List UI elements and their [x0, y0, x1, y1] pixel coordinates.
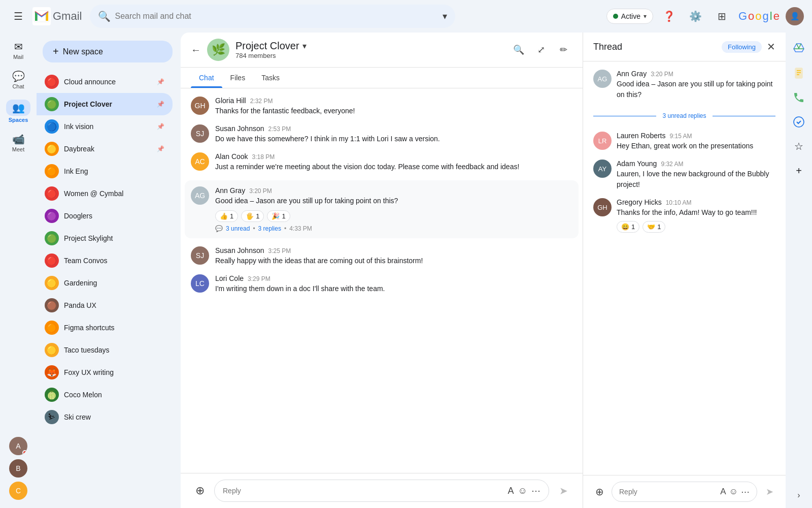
message-time: 3:20 PM [249, 187, 272, 195]
tab-chat[interactable]: Chat [191, 68, 222, 88]
chat-title-chevron-icon[interactable]: ▾ [302, 41, 307, 51]
sidebar-item-spaces[interactable]: 👥 Spaces [2, 96, 35, 127]
reply-count: 3 replies [258, 225, 281, 232]
google-tasks-icon[interactable] [789, 112, 809, 132]
tab-files[interactable]: Files [222, 68, 254, 88]
thread-message-text: Thanks for the info, Adam! Way to go tea… [617, 207, 775, 218]
thread-message-text: Good idea – Jason are you still up for t… [617, 79, 775, 100]
search-input[interactable] [115, 12, 436, 21]
sidebar-item-daybreak[interactable]: 🟡Daybreak📌 [37, 138, 173, 160]
user-avatar[interactable]: 👤 [786, 7, 804, 25]
thread-message-content: Gregory Hicks 10:10 AM Thanks for the in… [617, 198, 775, 233]
message-author: Susan Johnson [215, 124, 264, 133]
chat-send-button[interactable]: ➤ [554, 482, 572, 500]
reaction-hand[interactable]: 🖐1 [241, 210, 264, 222]
pin-icon: 📌 [157, 78, 164, 85]
sidebar-item-gardening[interactable]: 🟡Gardening [37, 272, 173, 294]
more-options-icon[interactable]: ⋯ [741, 487, 750, 497]
message-item: SJ Susan Johnson 3:25 PM Really happy wi… [191, 246, 572, 266]
sidebar-item-foxy-ux-writing[interactable]: 🦊Foxy UX writing [37, 361, 173, 384]
chat-input[interactable] [223, 487, 504, 495]
sidebar-item-coco-melon[interactable]: 🍈Coco Melon [37, 384, 173, 406]
sidebar-avatar-1[interactable]: A [9, 437, 27, 455]
sidebar-avatar-3[interactable]: C [9, 482, 27, 500]
sidebar-item-women-cymbal[interactable]: 🔴Women @ Cymbal [37, 182, 173, 205]
thread-message-item: AY Adam Young 9:32 AM Lauren, I love the… [593, 160, 775, 190]
plus-icon: ⊕ [595, 486, 604, 498]
thread-add-attachment-button[interactable]: ⊕ [591, 484, 607, 500]
sidebar-item-project-skylight[interactable]: 🟢Project Skylight [37, 227, 173, 249]
reaction-handshake[interactable]: 🤝1 [642, 221, 665, 233]
sidebar-item-dooglers[interactable]: 🟣Dooglers [37, 205, 173, 227]
tab-tasks[interactable]: Tasks [253, 68, 288, 88]
search-bar[interactable]: 🔍 ▾ [90, 5, 455, 28]
reaction-smile[interactable]: 😄1 [617, 221, 639, 233]
avatar: LC [191, 274, 209, 293]
thread-input[interactable] [619, 488, 717, 496]
help-button[interactable]: ❓ [659, 6, 680, 26]
active-status-button[interactable]: Active ▾ [606, 9, 653, 24]
settings-button[interactable]: ⚙️ [686, 6, 706, 26]
sidebar-item-cloud-announce[interactable]: 🔴Cloud announce📌 [37, 71, 173, 93]
app-name-label: Gmail [53, 10, 82, 23]
message-thread-meta[interactable]: 💬 3 unread • 3 replies • 4:33 PM [215, 225, 572, 232]
sidebar-avatar-2[interactable]: B [9, 459, 27, 478]
space-icon-daybreak: 🟡 [45, 142, 59, 156]
emoji-icon[interactable]: ☺ [729, 487, 738, 497]
sidebar-item-chat[interactable]: 💬 Chat [2, 66, 35, 93]
back-button[interactable]: ← [191, 44, 201, 56]
compose-icon: ✏ [560, 44, 567, 55]
following-badge[interactable]: Following [722, 41, 762, 53]
format-text-icon[interactable]: A [508, 486, 514, 496]
space-name-ink-eng: Ink Eng [64, 167, 164, 175]
thread-message-author: Lauren Roberts [617, 132, 666, 140]
emoji-icon[interactable]: ☺ [518, 486, 527, 496]
star-icon[interactable]: ☆ [789, 136, 809, 156]
sidebar-item-ski-crew[interactable]: ⛷Ski crew [37, 406, 173, 428]
more-options-icon[interactable]: ⋯ [531, 485, 540, 496]
help-icon: ❓ [663, 10, 675, 22]
format-text-icon[interactable]: A [720, 487, 726, 497]
message-content: Alan Cook 3:18 PM Just a reminder we're … [215, 152, 572, 172]
search-dropdown-icon[interactable]: ▾ [443, 11, 447, 22]
sidebar-item-ink-vision[interactable]: 🔵Ink vision📌 [37, 115, 173, 138]
reaction-thumbsup[interactable]: 👍1 [215, 210, 238, 222]
google-drive-icon[interactable] [789, 39, 809, 59]
right-panel-expand-button[interactable]: › [797, 491, 800, 500]
thread-avatar: AG [593, 70, 612, 88]
space-icon-coco-melon: 🍈 [45, 388, 59, 402]
thread-message-author: Adam Young [617, 160, 657, 168]
message-author: Lori Cole [215, 274, 244, 282]
sidebar-item-ink-eng[interactable]: 🟠Ink Eng [37, 160, 173, 182]
sidebar-item-meet[interactable]: 📹 Meet [2, 129, 35, 156]
chat-compose-button[interactable]: ✏ [554, 41, 572, 59]
chat-group-avatar: 🌿 [207, 39, 229, 61]
menu-button[interactable]: ☰ [8, 6, 28, 26]
gear-icon: ⚙️ [689, 10, 702, 22]
thread-avatar: GH [593, 198, 612, 216]
sidebar-item-taco-tuesdays[interactable]: 🟡Taco tuesdays [37, 339, 173, 361]
sidebar-item-mail[interactable]: ✉ Mail [2, 37, 35, 64]
message-time: 2:32 PM [250, 98, 273, 105]
chat-popout-button[interactable]: ⤢ [532, 41, 550, 59]
add-icon[interactable]: + [789, 161, 809, 181]
thread-close-button[interactable]: ✕ [767, 41, 775, 53]
sidebar-item-project-clover[interactable]: 🟢Project Clover📌 [37, 93, 173, 115]
svg-rect-1 [795, 68, 802, 78]
google-docs-icon[interactable] [789, 63, 809, 83]
sidebar-item-figma-shortcuts[interactable]: 🟠Figma shortcuts [37, 316, 173, 339]
thread-message-text: Lauren, I love the new background of the… [617, 169, 775, 190]
reaction-party[interactable]: 🎉1 [267, 210, 290, 222]
chat-title-text: Project Clover [235, 40, 299, 52]
thread-send-button[interactable]: ➤ [761, 484, 777, 500]
thread-message-item: LR Lauren Roberts 9:15 AM Hey Ethan, gre… [593, 132, 775, 151]
google-phone-icon[interactable] [789, 87, 809, 108]
new-space-button[interactable]: + New space [43, 41, 173, 62]
chat-add-attachment-button[interactable]: ⊕ [191, 482, 209, 500]
sidebar-item-panda-ux[interactable]: 🟤Panda UX [37, 294, 173, 316]
chat-search-button[interactable]: 🔍 [510, 41, 528, 59]
message-time: 2:53 PM [268, 125, 291, 133]
sidebar-item-team-convos[interactable]: 🔴Team Convos [37, 249, 173, 272]
message-header: Ann Gray 3:20 PM [215, 186, 572, 195]
apps-button[interactable]: ⊞ [712, 6, 732, 26]
